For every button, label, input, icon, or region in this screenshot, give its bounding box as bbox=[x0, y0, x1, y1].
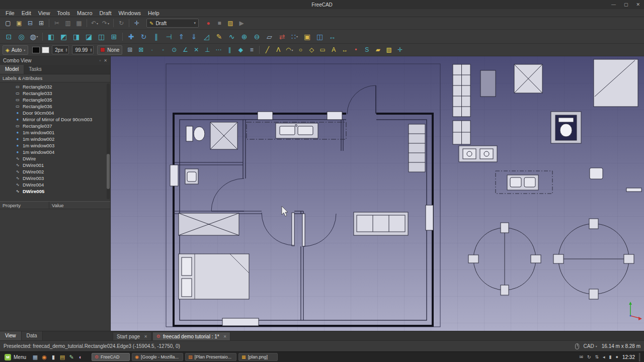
property-editor[interactable] bbox=[0, 209, 110, 331]
facebinder-icon[interactable]: ▰ bbox=[372, 45, 383, 55]
text-editor-icon[interactable]: ✎ bbox=[67, 352, 76, 361]
tray-user-icon[interactable]: ● bbox=[616, 354, 618, 359]
rectangle-icon[interactable]: ▭ bbox=[317, 45, 328, 55]
tree-item[interactable]: ▭ Rectangle036 bbox=[0, 103, 110, 110]
taskbar-clock[interactable]: 12:32 bbox=[622, 354, 635, 360]
print-icon[interactable]: ⊞ bbox=[36, 18, 47, 28]
face-color-swatch[interactable] bbox=[42, 47, 49, 53]
maximize-button[interactable]: ▢ bbox=[624, 2, 628, 7]
bspline-icon[interactable]: S bbox=[361, 45, 372, 55]
tree-scrollbar[interactable] bbox=[107, 83, 110, 199]
view-axonometric-icon[interactable]: ⊞ bbox=[108, 31, 120, 42]
scrollbar-thumb[interactable] bbox=[107, 154, 110, 189]
menu-item[interactable]: Help bbox=[144, 10, 163, 16]
edit-icon[interactable]: ✎ bbox=[213, 31, 225, 42]
float-panel-icon[interactable]: ▫ bbox=[99, 58, 101, 63]
tray-update-icon[interactable]: ↻ bbox=[587, 354, 591, 359]
tree-item[interactable]: ∿ DWire001 bbox=[0, 162, 110, 168]
menu-item[interactable]: File bbox=[2, 10, 18, 16]
paste-icon[interactable]: ▦ bbox=[73, 18, 85, 28]
circle-icon[interactable]: ○ bbox=[295, 45, 306, 55]
new-document-icon[interactable]: ▢ bbox=[3, 18, 14, 28]
show-desktop-icon[interactable]: ▦ bbox=[31, 352, 40, 361]
files-icon[interactable]: ▤ bbox=[58, 352, 67, 361]
mirror-icon[interactable]: ◫ bbox=[313, 31, 326, 42]
menu-item[interactable]: Draft bbox=[96, 10, 115, 16]
line-width-spinbox[interactable]: 2px ▲▼ bbox=[52, 45, 69, 54]
snap-center-icon[interactable]: ⊙ bbox=[169, 45, 180, 55]
document-tab[interactable]: Start page ✕ bbox=[113, 332, 151, 340]
move-icon[interactable]: ✚ bbox=[125, 31, 137, 42]
add-point-icon[interactable]: ⊕ bbox=[238, 31, 251, 42]
staging-toilet[interactable] bbox=[551, 112, 581, 143]
tree-item[interactable]: ● 1m window003 bbox=[0, 142, 110, 149]
snap-parallel-icon[interactable]: ∥ bbox=[224, 45, 235, 55]
draft-to-sketch-icon[interactable]: ⇄ bbox=[276, 31, 288, 42]
font-size-spinbox[interactable]: 99.99 ▲▼ bbox=[72, 45, 94, 54]
macro-dialog-icon[interactable]: ▨ bbox=[225, 18, 236, 28]
redo-icon[interactable]: ↷ bbox=[100, 18, 111, 28]
tree-item[interactable]: ▭ Rectangle037 bbox=[0, 123, 110, 129]
staging-room-block[interactable] bbox=[594, 59, 638, 107]
snap-special-icon[interactable]: ◆ bbox=[235, 45, 246, 55]
menu-item[interactable]: View bbox=[35, 10, 54, 16]
task-image[interactable]: ▦ [plan.png] bbox=[238, 353, 278, 361]
open-document-icon[interactable]: ▣ bbox=[14, 18, 25, 28]
browser-icon[interactable]: ◉ bbox=[40, 352, 49, 361]
shape-2d-view-icon[interactable]: ▱ bbox=[263, 31, 276, 42]
tray-battery-icon[interactable]: ▮ bbox=[609, 354, 612, 359]
link-navigate-icon[interactable]: ✛ bbox=[131, 18, 142, 28]
snap-angle-icon[interactable]: ∠ bbox=[180, 45, 191, 55]
remove-point-icon[interactable]: ⊖ bbox=[251, 31, 263, 42]
toolbar-icon[interactable] bbox=[49, 19, 49, 27]
menu-item[interactable]: Tools bbox=[53, 10, 73, 16]
view-bottom-icon[interactable]: ◫ bbox=[95, 31, 108, 42]
toolbar-icon[interactable] bbox=[42, 33, 43, 41]
viewport-canvas[interactable] bbox=[111, 56, 644, 331]
task-firefox[interactable]: ◉ [Google - Mozilla... bbox=[132, 353, 183, 361]
cut-icon[interactable]: ✂ bbox=[51, 18, 62, 28]
close-panel-icon[interactable]: ✕ bbox=[104, 58, 107, 63]
copy-icon[interactable]: ▥ bbox=[62, 18, 73, 28]
downgrade-icon[interactable]: ⇓ bbox=[188, 31, 200, 42]
scale-icon[interactable]: ◿ bbox=[200, 31, 213, 42]
upgrade-icon[interactable]: ⇑ bbox=[175, 31, 188, 42]
polyline-icon[interactable]: Λ bbox=[273, 45, 284, 55]
document-tab[interactable]: ⚙ freecad demo tutorial : 1* ✕ bbox=[152, 332, 231, 340]
menu-item[interactable]: Edit bbox=[18, 10, 35, 16]
macro-record-icon[interactable]: ● bbox=[203, 18, 214, 28]
panel-tab[interactable]: Model bbox=[0, 65, 24, 74]
tree-item[interactable]: ∿ DWire004 bbox=[0, 182, 110, 188]
panel-bottom-tab[interactable]: Data bbox=[22, 331, 43, 340]
task-impress[interactable]: ▨ [Plan Presentaio... bbox=[185, 353, 236, 361]
arc-icon[interactable]: ◠ bbox=[284, 45, 295, 55]
view-top-icon[interactable]: ◩ bbox=[57, 31, 70, 42]
staging-sink-counter[interactable] bbox=[459, 146, 497, 162]
array-icon[interactable]: ∷ bbox=[288, 31, 301, 42]
task-freecad[interactable]: ⚙ FreeCAD bbox=[92, 353, 130, 361]
view-front-icon[interactable]: ◧ bbox=[45, 31, 57, 42]
toolbar-icon[interactable] bbox=[87, 19, 87, 27]
tree-item[interactable]: ● 1m window001 bbox=[0, 129, 110, 136]
polygon-icon[interactable]: ◇ bbox=[306, 45, 317, 55]
tree-item[interactable]: ∿ DWire003 bbox=[0, 175, 110, 182]
point-icon[interactable]: • bbox=[350, 45, 361, 55]
tab-close-icon[interactable]: ✕ bbox=[223, 334, 227, 339]
tree-item[interactable]: ▭ Rectangle035 bbox=[0, 97, 110, 103]
tray-mail-icon[interactable]: ✉ bbox=[579, 354, 583, 359]
snap-midpoint-icon[interactable]: ◦ bbox=[157, 45, 169, 55]
tree-item[interactable]: ▭ Rectangle032 bbox=[0, 83, 110, 90]
refresh-icon[interactable]: ↻ bbox=[116, 18, 127, 28]
view-rear-icon[interactable]: ◪ bbox=[83, 31, 95, 42]
tree-item[interactable]: ∿ DWire002 bbox=[0, 168, 110, 175]
tree-item[interactable]: ● Mirror of Mirror of Door 90cm003 bbox=[0, 116, 110, 123]
menu-item[interactable]: Windows bbox=[115, 10, 144, 16]
hatch-icon[interactable]: ▧ bbox=[383, 45, 394, 55]
snap-lock-icon[interactable]: ⊠ bbox=[135, 45, 146, 55]
snap-intersection-icon[interactable]: ✕ bbox=[191, 45, 202, 55]
wardrobe[interactable] bbox=[179, 213, 239, 235]
view-right-icon[interactable]: ◨ bbox=[70, 31, 83, 42]
tree-item[interactable]: ● 1m window002 bbox=[0, 136, 110, 142]
couch[interactable] bbox=[354, 212, 408, 235]
toolbar-icon[interactable] bbox=[129, 19, 129, 27]
